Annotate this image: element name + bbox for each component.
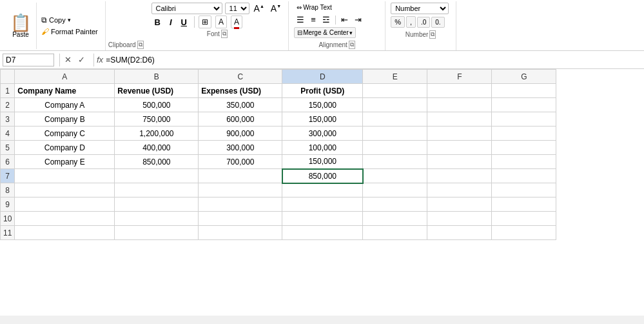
font-family-select[interactable]: Calibri [151,3,222,14]
cell-A4[interactable]: Company C [15,127,115,141]
cell-G9[interactable] [492,197,556,212]
cell-D9[interactable] [282,197,363,212]
bold-button[interactable]: B [151,16,164,28]
align-left-button[interactable]: ☰ [294,14,307,26]
cell-D5[interactable]: 100,000 [282,141,363,155]
confirm-formula-button[interactable]: ✓ [76,54,87,65]
row-header-4[interactable]: 4 [1,127,15,141]
wrap-text-button[interactable]: ⇔ Wrap Text [294,3,335,12]
format-painter-button[interactable]: 🖌 Format Painter [39,26,100,37]
merge-dropdown-icon[interactable]: ▾ [349,30,353,36]
row-header-5[interactable]: 5 [1,141,15,155]
row-header-9[interactable]: 9 [1,197,15,212]
cell-C6[interactable]: 700,000 [199,155,282,169]
cell-C2[interactable]: 350,000 [199,98,282,112]
percent-button[interactable]: % [391,16,405,28]
font-size-select[interactable]: 11 [225,3,249,14]
cell-C3[interactable]: 600,000 [199,112,282,127]
paste-button[interactable]: 📋 Paste [5,3,37,49]
cell-F2[interactable] [427,98,492,112]
cell-A6[interactable]: Company E [15,155,115,169]
cell-G7[interactable] [492,169,556,183]
row-header-6[interactable]: 6 [1,155,15,169]
cell-F5[interactable] [427,141,492,155]
indent-increase-button[interactable]: ⇥ [352,14,364,26]
cell-B2[interactable]: 500,000 [115,98,199,112]
cell-E5[interactable] [363,141,427,155]
alignment-dialog-icon[interactable]: ⧉ [349,41,355,49]
col-header-G[interactable]: G [492,70,556,84]
cell-A10[interactable] [15,212,115,226]
cell-C1[interactable]: Expenses (USD) [199,84,282,98]
cell-F4[interactable] [427,127,492,141]
row-header-3[interactable]: 3 [1,112,15,127]
cell-A3[interactable]: Company B [15,112,115,127]
comma-button[interactable]: , [406,16,416,28]
cell-A2[interactable]: Company A [15,98,115,112]
increase-decimal-button[interactable]: .0 [417,17,430,28]
col-header-E[interactable]: E [363,70,427,84]
cell-B10[interactable] [115,212,199,226]
col-header-B[interactable]: B [115,70,199,84]
cell-E1[interactable] [363,84,427,98]
cell-C10[interactable] [199,212,282,226]
row-header-2[interactable]: 2 [1,98,15,112]
align-right-button[interactable]: ☲ [320,14,333,26]
cell-E10[interactable] [363,212,427,226]
cell-D2[interactable]: 150,000 [282,98,363,112]
cell-E4[interactable] [363,127,427,141]
cell-E6[interactable] [363,155,427,169]
cell-A1[interactable]: Company Name [15,84,115,98]
cell-C8[interactable] [199,183,282,197]
cell-G3[interactable] [492,112,556,127]
cell-F3[interactable] [427,112,492,127]
indent-decrease-button[interactable]: ⇤ [338,14,351,26]
row-header-11[interactable]: 11 [1,226,15,240]
col-header-A[interactable]: A [15,70,115,84]
merge-center-button[interactable]: ⊟ Merge & Center ▾ [294,27,356,38]
cell-E7[interactable] [363,169,427,183]
font-dialog-icon[interactable]: ⧉ [221,30,228,38]
formula-input[interactable] [106,56,641,65]
cell-E9[interactable] [363,197,427,212]
row-header-1[interactable]: 1 [1,84,15,98]
col-header-F[interactable]: F [427,70,492,84]
row-header-7[interactable]: 7 [1,169,15,183]
cell-D6[interactable]: 150,000 [282,155,363,169]
cell-A8[interactable] [15,183,115,197]
cell-D11[interactable] [282,226,363,240]
cancel-formula-button[interactable]: ✕ [63,54,73,65]
number-dialog-icon[interactable]: ⧉ [429,30,436,39]
col-header-D[interactable]: D [282,70,363,84]
italic-button[interactable]: I [166,16,175,28]
cell-C5[interactable]: 300,000 [199,141,282,155]
cell-A9[interactable] [15,197,115,212]
row-header-10[interactable]: 10 [1,212,15,226]
copy-button[interactable]: ⧉ Copy ▾ [39,15,100,25]
cell-F1[interactable] [427,84,492,98]
cell-C4[interactable]: 900,000 [199,127,282,141]
cell-F10[interactable] [427,212,492,226]
clipboard-dialog-icon[interactable]: ⧉ [137,41,144,49]
cell-D8[interactable] [282,183,363,197]
cell-F6[interactable] [427,155,492,169]
number-format-select[interactable]: Number [391,3,449,14]
cell-E11[interactable] [363,226,427,240]
underline-button[interactable]: U [178,16,190,28]
cell-E3[interactable] [363,112,427,127]
cell-F7[interactable] [427,169,492,183]
cell-B6[interactable]: 850,000 [115,155,199,169]
cell-G4[interactable] [492,127,556,141]
cell-C11[interactable] [199,226,282,240]
decrease-decimal-button[interactable]: 0. [431,17,444,28]
font-shrink-button[interactable]: A▼ [269,3,283,14]
cell-B7[interactable] [115,169,199,183]
cell-G10[interactable] [492,212,556,226]
cell-D7[interactable]: 850,000alt + = [282,169,363,183]
cell-E2[interactable] [363,98,427,112]
border-button[interactable]: ⊞ [199,15,211,28]
align-center-button[interactable]: ≡ [308,14,318,26]
cell-G6[interactable] [492,155,556,169]
cell-G2[interactable] [492,98,556,112]
col-header-C[interactable]: C [199,70,282,84]
